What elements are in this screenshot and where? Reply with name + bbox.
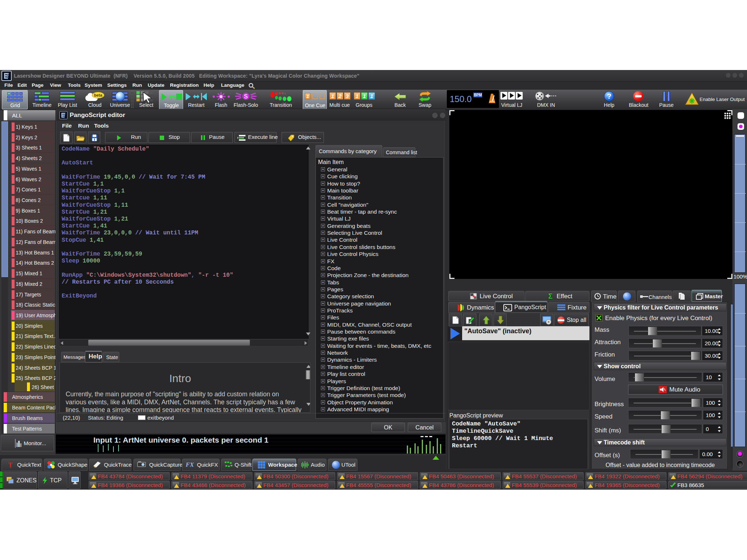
svg-text:FX: FX — [186, 461, 194, 468]
svg-text:S: S — [244, 93, 248, 100]
